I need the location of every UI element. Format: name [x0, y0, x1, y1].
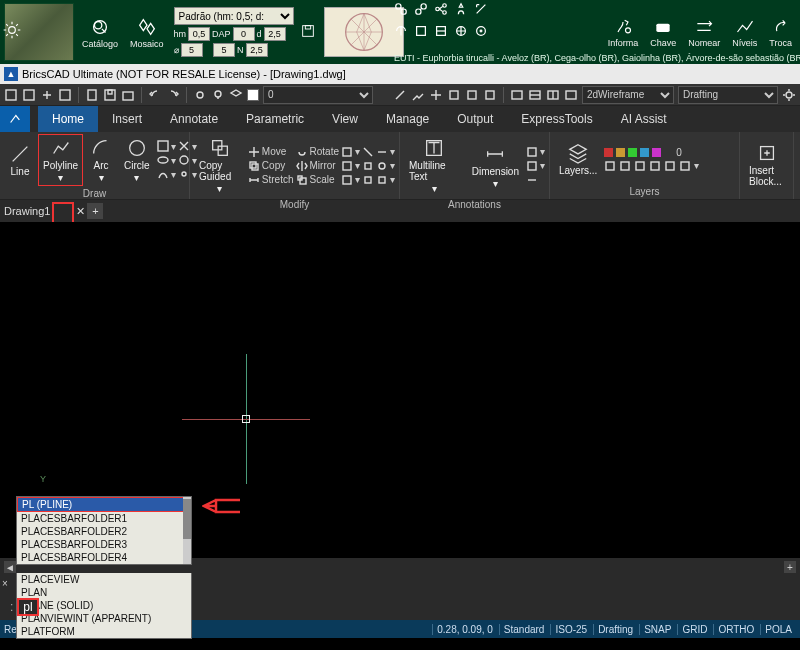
visual-style-select[interactable]: 2dWireframe — [582, 86, 674, 104]
mode-select[interactable]: Drafting — [678, 86, 778, 104]
autocomplete-item[interactable]: PLACESBARFOLDER2 — [17, 525, 191, 538]
status-grid[interactable]: GRID — [677, 624, 711, 635]
undo-icon[interactable] — [148, 88, 162, 102]
mini-icon[interactable] — [474, 24, 488, 40]
tab-home[interactable]: Home — [38, 106, 98, 132]
tool-icon[interactable] — [465, 88, 479, 102]
autocomplete-item[interactable]: PLACESBARFOLDER1 — [17, 512, 191, 525]
autocomplete-item[interactable]: PLATFORM — [17, 625, 191, 638]
layer-icon[interactable] — [229, 88, 243, 102]
tool-icon[interactable] — [528, 88, 542, 102]
arc-button[interactable]: Arc▾ — [85, 134, 117, 186]
mini-icon[interactable] — [454, 24, 468, 40]
mini-icon[interactable] — [434, 24, 448, 40]
status-standard[interactable]: Standard — [499, 624, 549, 635]
layers-button[interactable]: Layers... — [554, 139, 602, 179]
line-button[interactable]: Line — [4, 140, 36, 180]
hm-input[interactable] — [188, 27, 210, 41]
layout-add[interactable]: + — [784, 561, 796, 573]
autocomplete-item[interactable]: PLANVIEWINT (APPARENT) — [17, 612, 191, 625]
insert-block-button[interactable]: Insert Block... — [744, 139, 789, 190]
tab-view[interactable]: View — [318, 106, 372, 132]
close-tab-icon[interactable]: ✕ — [76, 205, 85, 218]
tool-icon[interactable] — [447, 88, 461, 102]
d2-input[interactable] — [264, 27, 286, 41]
rotate-button[interactable]: Rotate — [296, 146, 339, 158]
tool-icon[interactable] — [483, 88, 497, 102]
mini-icon[interactable] — [414, 2, 428, 18]
troca-button[interactable]: Troca — [765, 17, 796, 48]
status-ortho[interactable]: ORTHO — [713, 624, 758, 635]
command-autocomplete[interactable]: PL (PLINE) PLACESBARFOLDER1 PLACESBARFOL… — [16, 496, 192, 565]
tool-icon[interactable] — [546, 88, 560, 102]
copy-guided-button[interactable]: Copy Guided▾ — [194, 134, 246, 197]
tab-insert[interactable]: Insert — [98, 106, 156, 132]
status-snap[interactable]: SNAP — [639, 624, 675, 635]
gear-icon[interactable] — [782, 88, 796, 102]
tool-icon[interactable] — [429, 88, 443, 102]
tab-parametric[interactable]: Parametric — [232, 106, 318, 132]
mini-icon[interactable] — [394, 2, 408, 18]
circle-button[interactable]: Circle▾ — [119, 134, 155, 186]
copy-button[interactable]: Copy — [248, 160, 294, 172]
qat-icon[interactable] — [85, 88, 99, 102]
tool-icon[interactable] — [411, 88, 425, 102]
mini-icon[interactable] — [474, 2, 488, 18]
qat-icon[interactable] — [4, 88, 18, 102]
informa-button[interactable]: Informa — [604, 17, 643, 48]
qat-icon[interactable] — [40, 88, 54, 102]
tab-manage[interactable]: Manage — [372, 106, 443, 132]
catalogo-button[interactable]: Catálogo — [78, 16, 122, 49]
autocomplete-item[interactable]: PLANE (SOLID) — [17, 599, 191, 612]
app-menu-button[interactable] — [0, 106, 30, 132]
bulb-icon[interactable] — [211, 88, 225, 102]
layout-prev[interactable]: ◄ — [4, 561, 16, 573]
h-input[interactable] — [181, 43, 203, 57]
autocomplete-item[interactable]: PLACESBARFOLDER4 — [17, 551, 191, 564]
command-input[interactable]: pl — [17, 598, 38, 616]
mini-icon[interactable] — [414, 24, 428, 40]
qat-icon[interactable] — [103, 88, 117, 102]
qat-icon[interactable] — [121, 88, 135, 102]
mini-icon[interactable] — [454, 2, 468, 18]
d3-input[interactable] — [246, 43, 268, 57]
tab-aiassist[interactable]: AI Assist — [607, 106, 681, 132]
tool-icon[interactable] — [510, 88, 524, 102]
niveis-button[interactable]: Níveis — [728, 17, 761, 48]
polyline-button[interactable]: Polyline▾ — [38, 134, 83, 186]
preset-select[interactable]: Padrão (hm: 0,5; d: — [174, 7, 294, 25]
tab-expresstools[interactable]: ExpressTools — [507, 106, 606, 132]
autocomplete-item[interactable]: PLAN — [17, 586, 191, 599]
redo-icon[interactable] — [166, 88, 180, 102]
mosaico-button[interactable]: Mosaico — [126, 16, 168, 49]
move-button[interactable]: Move — [248, 146, 294, 158]
status-polar[interactable]: POLA — [760, 624, 796, 635]
scale-button[interactable]: Scale — [296, 174, 339, 186]
dap0-input[interactable] — [233, 27, 255, 41]
nomear-button[interactable]: Nomear — [684, 17, 724, 48]
drawing-tab[interactable]: Drawing1 — [4, 205, 50, 217]
mirror-button[interactable]: Mirror — [296, 160, 339, 172]
qat-icon[interactable] — [22, 88, 36, 102]
stretch-button[interactable]: Stretch — [248, 174, 294, 186]
chave-button[interactable]: Chave — [646, 17, 680, 48]
dap5-input[interactable] — [213, 43, 235, 57]
light-icon[interactable] — [193, 88, 207, 102]
tab-output[interactable]: Output — [443, 106, 507, 132]
command-autocomplete-cont[interactable]: PLACEVIEW PLAN PLANE (SOLID) PLANVIEWINT… — [16, 573, 192, 639]
autocomplete-item[interactable]: PLACEVIEW — [17, 573, 191, 586]
autocomplete-item[interactable]: PLACESBARFOLDER3 — [17, 538, 191, 551]
tool-icon[interactable] — [393, 88, 407, 102]
dimension-button[interactable]: Dimension▾ — [467, 140, 524, 192]
light-icon[interactable] — [2, 20, 22, 42]
tool-icon[interactable] — [564, 88, 578, 102]
status-iso[interactable]: ISO-25 — [550, 624, 591, 635]
save-preset-icon[interactable] — [300, 23, 316, 41]
mini-icon[interactable] — [434, 2, 448, 18]
qat-icon[interactable] — [58, 88, 72, 102]
autocomplete-item-selected[interactable]: PL (PLINE) — [17, 497, 191, 512]
new-tab-button[interactable]: + — [87, 203, 103, 219]
mtext-button[interactable]: Multiline Text▾ — [404, 134, 465, 197]
status-drafting[interactable]: Drafting — [593, 624, 637, 635]
color-swatch[interactable] — [247, 89, 259, 101]
